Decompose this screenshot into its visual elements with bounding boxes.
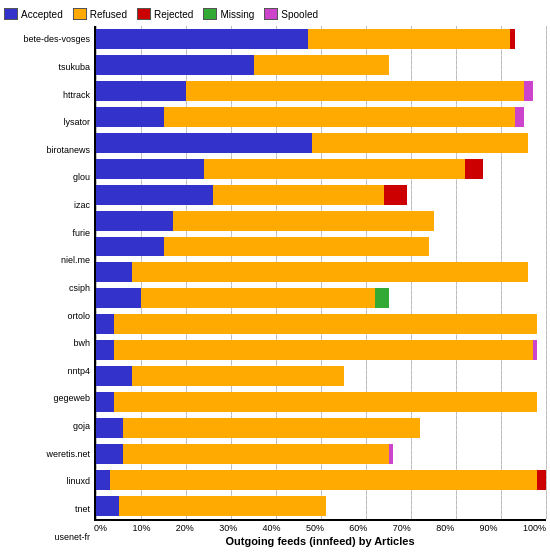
bar-segment xyxy=(375,288,389,308)
x-tick: 90% xyxy=(480,523,498,533)
bar-segment xyxy=(132,262,528,282)
x-tick: 100% xyxy=(523,523,546,533)
x-ticks: 0%10%20%30%40%50%60%70%80%90%100% xyxy=(94,521,546,533)
bar-segment xyxy=(308,29,511,49)
y-label: furie xyxy=(4,229,90,238)
x-tick: 20% xyxy=(176,523,194,533)
bar-segment xyxy=(96,496,119,516)
bar-segment xyxy=(141,288,375,308)
legend-accepted: Accepted xyxy=(4,8,63,20)
bar-segment xyxy=(254,55,389,75)
missing-color-box xyxy=(203,8,217,20)
bar-segment xyxy=(96,470,110,490)
bar-row: 2787191 xyxy=(96,494,546,517)
bar-segment xyxy=(96,262,132,282)
bar-segment xyxy=(96,366,132,386)
y-label: goja xyxy=(4,422,90,431)
legend-accepted-label: Accepted xyxy=(21,9,63,20)
bar-segment xyxy=(96,418,123,438)
y-label: glou xyxy=(4,173,90,182)
bar-segment xyxy=(384,185,407,205)
x-tick: 80% xyxy=(436,523,454,533)
bar-row: 3301706 xyxy=(96,209,546,232)
legend-rejected-label: Rejected xyxy=(154,9,193,20)
bar-segment xyxy=(119,496,326,516)
y-label: lysator xyxy=(4,118,90,127)
bar-segment xyxy=(96,133,312,153)
bar-segment xyxy=(524,81,533,101)
bar-row: 5671302 xyxy=(96,390,546,413)
bar-segment xyxy=(515,107,524,127)
legend-spooled-label: Spooled xyxy=(281,9,318,20)
refused-color-box xyxy=(73,8,87,20)
legend-refused-label: Refused xyxy=(90,9,127,20)
bar-row: 61641731 xyxy=(96,79,546,102)
bar-segment xyxy=(96,288,141,308)
spooled-color-box xyxy=(264,8,278,20)
chart-area: bete-des-vosgestsukubahttracklysatorbiro… xyxy=(4,26,546,551)
y-label: usenet-fr xyxy=(4,533,90,542)
legend-missing-label: Missing xyxy=(220,9,254,20)
bars-region: 3013274920002000616417316084121410971097… xyxy=(94,26,546,521)
bar-row: 5491537 xyxy=(96,261,546,284)
y-label: tnet xyxy=(4,505,90,514)
bar-segment xyxy=(533,340,538,360)
x-tick: 40% xyxy=(263,523,281,533)
bar-segment xyxy=(510,29,515,49)
x-tick: 70% xyxy=(393,523,411,533)
bar-row: 6198323 xyxy=(96,313,546,336)
bar-segment xyxy=(96,29,308,49)
y-label: birotanews xyxy=(4,146,90,155)
bar-segment xyxy=(173,211,434,231)
legend: Accepted Refused Rejected Missing Spoole… xyxy=(4,8,546,20)
y-label: httrack xyxy=(4,91,90,100)
y-label: linuxd xyxy=(4,477,90,486)
bar-segment xyxy=(164,237,430,257)
bar-segment xyxy=(96,237,164,257)
bar-segment xyxy=(213,185,384,205)
y-label: gegeweb xyxy=(4,394,90,403)
x-tick: 50% xyxy=(306,523,324,533)
bar-segment xyxy=(96,185,213,205)
bars-and-x: 3013274920002000616417316084121410971097… xyxy=(94,26,546,551)
bar-row: 3370413 xyxy=(96,287,546,310)
x-axis: 0%10%20%30%40%50%60%70%80%90%100% Outgoi… xyxy=(94,521,546,551)
bar-segment xyxy=(123,444,389,464)
bar-segment xyxy=(114,314,537,334)
bar-segment xyxy=(312,133,528,153)
y-label: niel.me xyxy=(4,256,90,265)
chart-container: Accepted Refused Rejected Missing Spoole… xyxy=(0,0,550,555)
bar-segment xyxy=(96,107,164,127)
legend-refused: Refused xyxy=(73,8,127,20)
x-axis-title: Outgoing feeds (innfeed) by Articles xyxy=(94,535,546,547)
legend-rejected: Rejected xyxy=(137,8,193,20)
bar-rows: 3013274920002000616417316084121410971097… xyxy=(96,26,546,519)
bar-segment xyxy=(96,340,114,360)
bar-segment xyxy=(96,211,173,231)
bar-segment xyxy=(537,470,546,490)
x-tick: 30% xyxy=(219,523,237,533)
y-label: tsukuba xyxy=(4,63,90,72)
grid-line xyxy=(546,26,547,519)
bar-segment xyxy=(96,392,114,412)
bar-segment xyxy=(96,159,204,179)
bar-row: 3491280 xyxy=(96,442,546,465)
bar-row: 2876306 xyxy=(96,364,546,387)
x-tick: 60% xyxy=(349,523,367,533)
y-label: izac xyxy=(4,201,90,210)
bar-segment xyxy=(123,418,420,438)
y-label: bete-des-vosges xyxy=(4,35,90,44)
bar-segment xyxy=(114,392,537,412)
y-label: csiph xyxy=(4,284,90,293)
bar-segment xyxy=(465,159,483,179)
bar-row: 30132749 xyxy=(96,27,546,50)
bar-row: 30531044 xyxy=(96,157,546,180)
bar-row: 10971097 xyxy=(96,131,546,154)
y-labels: bete-des-vosgestsukubahttracklysatorbiro… xyxy=(4,26,94,551)
bar-row: 6192202 xyxy=(96,468,546,491)
y-label: bwh xyxy=(4,339,90,348)
bar-segment xyxy=(164,107,515,127)
x-tick: 0% xyxy=(94,523,107,533)
y-label: ortolo xyxy=(4,312,90,321)
bar-row: 3969282 xyxy=(96,416,546,439)
